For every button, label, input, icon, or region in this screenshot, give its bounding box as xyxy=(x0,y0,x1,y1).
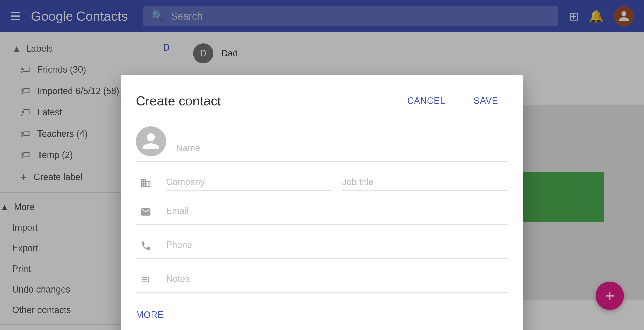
email-icon xyxy=(136,206,156,219)
phone-form-row xyxy=(136,237,508,259)
modal-actions: CANCEL SAVE xyxy=(397,91,508,111)
create-contact-modal: Create contact CANCEL SAVE xyxy=(121,75,523,330)
cancel-button[interactable]: CANCEL xyxy=(397,91,456,111)
modal-title: Create contact xyxy=(136,93,221,108)
more-button[interactable]: MORE xyxy=(136,305,164,325)
company-input[interactable] xyxy=(166,174,332,191)
phone-icon xyxy=(136,240,156,253)
job-title-input[interactable] xyxy=(342,174,508,191)
modal-overlay: Create contact CANCEL SAVE xyxy=(0,0,644,330)
modal-header: Create contact CANCEL SAVE xyxy=(136,91,508,111)
avatar-upload-area[interactable] xyxy=(136,126,166,156)
email-input[interactable] xyxy=(166,203,508,219)
company-icon xyxy=(136,178,156,191)
name-input[interactable] xyxy=(176,140,508,156)
company-form-row xyxy=(136,174,508,191)
name-form-row xyxy=(136,126,508,162)
notes-input[interactable] xyxy=(166,271,508,287)
email-form-row xyxy=(136,203,508,225)
notes-form-row xyxy=(136,271,508,293)
save-button[interactable]: SAVE xyxy=(464,91,508,111)
notes-icon xyxy=(136,274,156,287)
phone-input[interactable] xyxy=(166,237,508,253)
avatar-placeholder xyxy=(136,126,166,156)
